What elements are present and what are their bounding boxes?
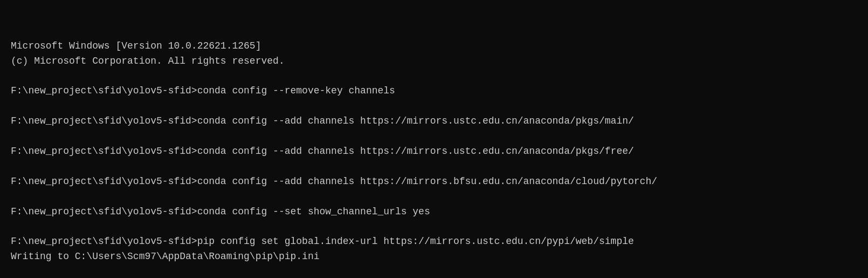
terminal-line [11,129,857,144]
terminal-line [11,219,857,234]
terminal-line: F:\new_project\sfid\yolov5-sfid>conda co… [11,144,857,159]
terminal-line [11,189,857,205]
terminal-output: Microsoft Windows [Version 10.0.22621.12… [11,39,857,278]
terminal-line: Writing to C:\Users\Scm97\AppData\Roamin… [11,249,857,265]
terminal-line [11,265,857,278]
terminal-line: (c) Microsoft Corporation. All rights re… [11,54,857,69]
terminal-line: F:\new_project\sfid\yolov5-sfid>conda co… [11,205,857,220]
terminal-line: Microsoft Windows [Version 10.0.22621.12… [11,39,857,54]
terminal-line: F:\new_project\sfid\yolov5-sfid>pip conf… [11,234,857,249]
terminal-line [11,69,857,84]
terminal-line: F:\new_project\sfid\yolov5-sfid>conda co… [11,84,857,99]
terminal-line [11,99,857,114]
terminal-line: F:\new_project\sfid\yolov5-sfid>conda co… [11,114,857,129]
terminal-line: F:\new_project\sfid\yolov5-sfid>conda co… [11,174,857,189]
terminal-line [11,159,857,174]
terminal-window[interactable]: Microsoft Windows [Version 10.0.22621.12… [0,0,868,278]
